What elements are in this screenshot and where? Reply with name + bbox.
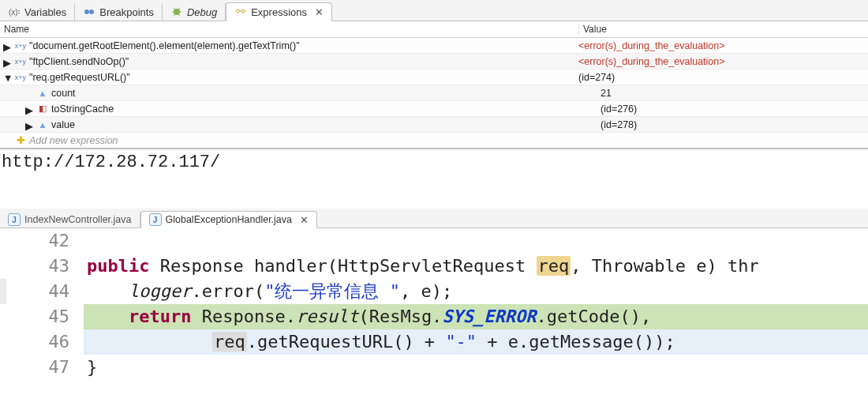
detail-value-pane[interactable]: http://172.28.72.117/ xyxy=(0,149,868,177)
java-file-icon: J xyxy=(8,213,21,226)
expression-value: (id=274) xyxy=(574,72,868,83)
expression-icon: x+y xyxy=(14,40,27,52)
column-header-name[interactable]: Name xyxy=(0,24,578,35)
expression-icon: x+y xyxy=(14,55,27,68)
expression-icon: x+y xyxy=(14,71,27,84)
tab-expressions[interactable]: Expressions ✕ xyxy=(226,2,332,21)
editor-tabs: J IndexNewController.java J GlobalExcept… xyxy=(0,209,868,228)
field-primitive-icon: ▲ xyxy=(36,87,49,100)
tab-variables[interactable]: (x)= Variables xyxy=(0,3,75,21)
editor-tab-label: IndexNewController.java xyxy=(24,214,132,225)
code-editor[interactable]: 42 43 44 45 46 47 public Response handle… xyxy=(0,228,868,395)
svg-text:(x)=: (x)= xyxy=(9,8,20,17)
debug-current-line-icon xyxy=(0,279,6,304)
editor-tab-label: GlobalExceptionHandler.java xyxy=(166,214,293,225)
table-row[interactable]: ▼ x+y "req.getRequestURL()" (id=274) xyxy=(0,70,868,85)
debug-view-tabs: (x)= Variables Breakpoints Debug Express… xyxy=(0,0,868,21)
line-number: 46 xyxy=(6,329,69,355)
expression-value: <error(s)_during_the_evaluation> xyxy=(574,56,868,67)
tab-breakpoints[interactable]: Breakpoints xyxy=(75,3,163,21)
table-row[interactable]: ▶ ▲ value (id=278) xyxy=(0,117,868,133)
breakpoints-icon xyxy=(83,6,95,18)
expressions-icon xyxy=(234,6,247,18)
field-value: (id=276) xyxy=(597,103,868,115)
table-row[interactable]: ▶ x+y "ftpClient.sendNoOp()" <error(s)_d… xyxy=(0,54,868,70)
expression-text: "document.getRootElement().element(eleme… xyxy=(29,40,300,51)
tab-label: Breakpoints xyxy=(99,6,154,18)
svg-point-2 xyxy=(89,9,94,14)
add-icon: ✚ xyxy=(14,134,27,147)
twisty-empty xyxy=(25,88,35,98)
column-header-value[interactable]: Value xyxy=(578,24,868,35)
twisty-empty xyxy=(3,136,13,145)
chevron-down-icon[interactable]: ▼ xyxy=(3,73,13,82)
gutter-marks xyxy=(0,228,6,395)
field-name: toStringCache xyxy=(51,103,114,115)
expression-text: "req.getRequestURL()" xyxy=(29,72,130,83)
code-body[interactable]: public Response handler(HttpServletReque… xyxy=(84,228,868,395)
close-icon[interactable]: ✕ xyxy=(296,214,309,226)
variables-icon: (x)= xyxy=(8,6,21,18)
debug-icon xyxy=(170,6,183,18)
tab-label: Debug xyxy=(187,6,217,18)
editor-tab-handler[interactable]: J GlobalExceptionHandler.java ✕ xyxy=(140,211,318,228)
tab-debug[interactable]: Debug xyxy=(163,3,226,21)
table-row-add[interactable]: ✚ Add new expression xyxy=(0,133,868,149)
field-name: value xyxy=(51,119,75,130)
chevron-right-icon[interactable]: ▶ xyxy=(25,120,35,130)
expressions-tree: ▶ x+y "document.getRootElement().element… xyxy=(0,38,868,149)
close-icon[interactable]: ✕ xyxy=(311,6,324,18)
line-number: 42 xyxy=(6,228,69,254)
expression-text: "ftpClient.sendNoOp()" xyxy=(29,56,129,67)
field-primitive-icon: ▲ xyxy=(36,118,49,131)
add-expression-label: Add new expression xyxy=(29,135,118,146)
field-name: count xyxy=(51,88,76,99)
tab-label: Variables xyxy=(24,6,66,18)
table-row[interactable]: ▲ count 21 xyxy=(0,85,868,101)
editor-tab-index[interactable]: J IndexNewController.java xyxy=(0,212,140,228)
line-number: 43 xyxy=(6,254,69,279)
table-row[interactable]: ▶ ◧ toStringCache (id=276) xyxy=(0,101,868,117)
tab-label: Expressions xyxy=(251,6,307,18)
field-value: 21 xyxy=(597,88,868,99)
svg-point-8 xyxy=(242,9,245,13)
chevron-right-icon[interactable]: ▶ xyxy=(3,41,13,51)
chevron-right-icon[interactable]: ▶ xyxy=(3,57,13,66)
line-number: 44 xyxy=(6,279,69,304)
svg-point-7 xyxy=(237,9,240,13)
svg-point-1 xyxy=(84,9,89,14)
expression-value: <error(s)_during_the_evaluation> xyxy=(574,40,868,51)
line-numbers: 42 43 44 45 46 47 xyxy=(6,228,84,395)
chevron-right-icon[interactable]: ▶ xyxy=(25,104,35,114)
line-number: 45 xyxy=(6,304,69,329)
java-file-icon: J xyxy=(149,213,162,226)
field-value: (id=278) xyxy=(597,119,868,130)
line-number: 47 xyxy=(6,355,69,380)
expressions-table-header: Name Value xyxy=(0,21,868,38)
table-row[interactable]: ▶ x+y "document.getRootElement().element… xyxy=(0,38,868,54)
field-object-icon: ◧ xyxy=(36,103,49,115)
